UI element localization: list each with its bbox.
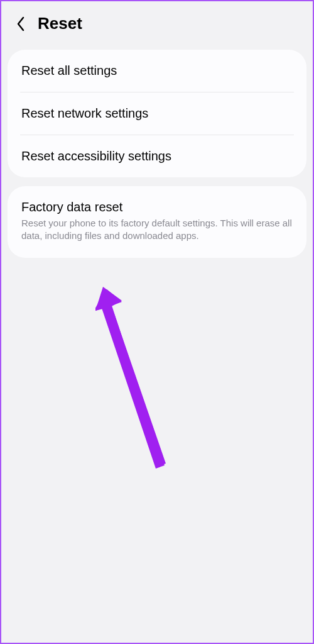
header: Reset	[1, 1, 313, 45]
factory-reset-card: Factory data reset Reset your phone to i…	[8, 186, 306, 258]
svg-marker-1	[95, 287, 122, 311]
factory-data-reset-item[interactable]: Factory data reset Reset your phone to i…	[8, 186, 306, 258]
back-icon[interactable]	[13, 16, 29, 32]
list-item-description: Reset your phone to its factory default …	[21, 217, 293, 243]
list-item-label: Factory data reset	[21, 200, 293, 214]
reset-all-settings-item[interactable]: Reset all settings	[8, 50, 306, 92]
reset-network-settings-item[interactable]: Reset network settings	[8, 92, 306, 135]
reset-options-card: Reset all settings Reset network setting…	[8, 50, 306, 177]
arrow-annotation-icon	[95, 284, 183, 479]
list-item-label: Reset all settings	[21, 64, 293, 78]
reset-accessibility-settings-item[interactable]: Reset accessibility settings	[8, 135, 306, 177]
list-item-label: Reset accessibility settings	[21, 149, 293, 164]
page-title: Reset	[38, 14, 82, 33]
svg-marker-0	[95, 291, 166, 467]
list-item-label: Reset network settings	[21, 106, 293, 121]
